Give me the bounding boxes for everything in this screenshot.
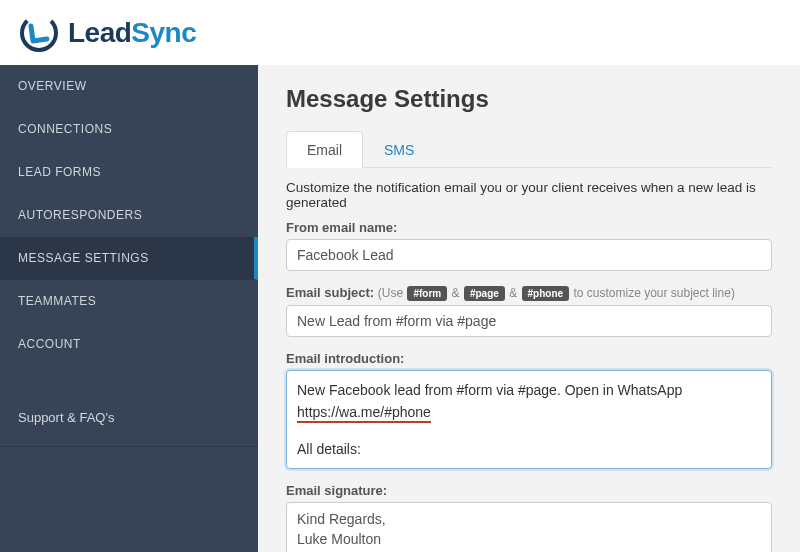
tag-page: #page xyxy=(464,286,505,301)
app-header: LeadSync xyxy=(0,0,800,65)
tab-sms[interactable]: SMS xyxy=(363,131,435,168)
sidebar-item-autoresponders[interactable]: AUTORESPONDERS xyxy=(0,194,258,237)
instruction-text: Customize the notification email you or … xyxy=(286,180,772,210)
tag-phone: #phone xyxy=(522,286,570,301)
email-introduction-input[interactable]: New Facebook lead from #form via #page. … xyxy=(286,370,772,469)
sidebar-item-overview[interactable]: OVERVIEW xyxy=(0,65,258,108)
svg-point-0 xyxy=(18,12,60,54)
from-email-label: From email name: xyxy=(286,220,772,235)
intro-whatsapp-link: https://wa.me/#phone xyxy=(297,404,431,423)
sidebar-item-lead-forms[interactable]: LEAD FORMS xyxy=(0,151,258,194)
from-email-input[interactable] xyxy=(286,239,772,271)
intro-line-1: New Facebook lead from #form via #page. … xyxy=(297,382,682,398)
brand-text: LeadSync xyxy=(68,17,196,49)
tab-email[interactable]: Email xyxy=(286,131,363,168)
brand-logo[interactable]: LeadSync xyxy=(18,12,196,54)
sidebar-item-support[interactable]: Support & FAQ's xyxy=(0,396,258,440)
leadsync-logo-icon xyxy=(18,12,60,54)
email-subject-label: Email subject: (Use #form & #page & #pho… xyxy=(286,285,772,301)
sidebar-item-account[interactable]: ACCOUNT xyxy=(0,323,258,366)
email-introduction-label: Email introduction: xyxy=(286,351,772,366)
intro-line-2: All details: xyxy=(297,438,761,460)
settings-tabs: Email SMS xyxy=(286,131,772,168)
sidebar-item-message-settings[interactable]: MESSAGE SETTINGS xyxy=(0,237,258,280)
sidebar-item-connections[interactable]: CONNECTIONS xyxy=(0,108,258,151)
main-content: Message Settings Email SMS Customize the… xyxy=(258,65,800,552)
email-signature-label: Email signature: xyxy=(286,483,772,498)
sidebar-item-teammates[interactable]: TEAMMATES xyxy=(0,280,258,323)
tag-form: #form xyxy=(407,286,447,301)
email-subject-input[interactable] xyxy=(286,305,772,337)
sidebar-nav: OVERVIEW CONNECTIONS LEAD FORMS AUTORESP… xyxy=(0,65,258,552)
page-title: Message Settings xyxy=(286,85,772,113)
sidebar-divider xyxy=(0,446,258,447)
email-signature-input[interactable]: Kind Regards, Luke Moulton xyxy=(286,502,772,552)
